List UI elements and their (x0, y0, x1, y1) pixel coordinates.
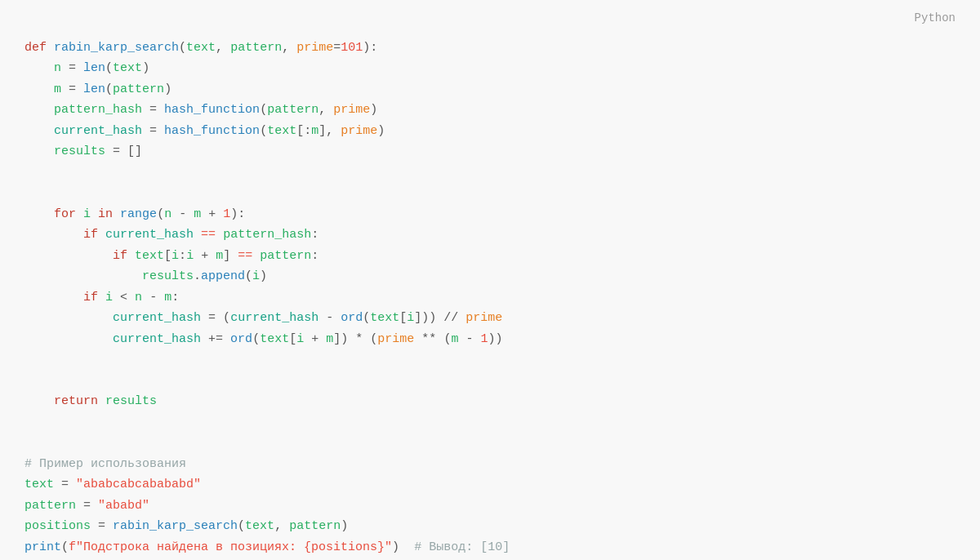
line-14: current_hash += ord(text[i + m]) * (prim… (24, 332, 503, 346)
line-21: positions = rabin_karp_search(text, patt… (24, 519, 348, 533)
line-1: def rabin_karp_search(text, pattern, pri… (24, 41, 377, 55)
code-container: Python def rabin_karp_search(text, patte… (0, 0, 980, 560)
code-block: def rabin_karp_search(text, pattern, pri… (24, 16, 956, 560)
line-2: n = len(text) (24, 61, 149, 75)
line-3: m = len(pattern) (24, 82, 172, 96)
line-18: # Пример использования (24, 457, 186, 471)
line-6: results = [] (24, 144, 142, 158)
line-22: print(f"Подстрока найдена в позициях: {p… (24, 540, 510, 554)
line-19: text = "ababcabcabababd" (24, 478, 201, 491)
line-8: for i in range(n - m + 1): (24, 207, 245, 221)
line-10: if text[i:i + m] == pattern: (24, 249, 318, 263)
line-4: pattern_hash = hash_function(pattern, pr… (24, 103, 377, 117)
line-16: return results (24, 394, 157, 408)
line-9: if current_hash == pattern_hash: (24, 228, 318, 242)
line-12: if i < n - m: (24, 291, 179, 304)
line-13: current_hash = (current_hash - ord(text[… (24, 311, 502, 325)
line-11: results.append(i) (24, 269, 267, 283)
language-label: Python (915, 11, 956, 24)
line-20: pattern = "ababd" (24, 499, 149, 513)
line-5: current_hash = hash_function(text[:m], p… (24, 124, 385, 138)
